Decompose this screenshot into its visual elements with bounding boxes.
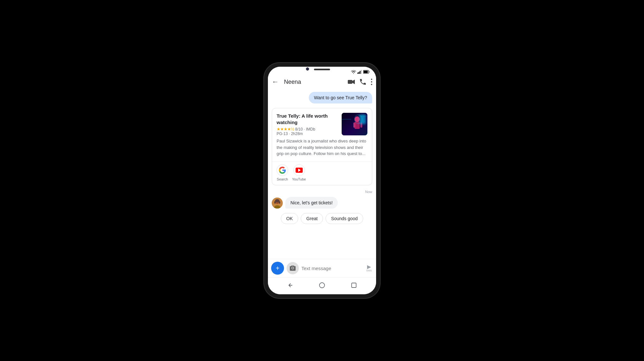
thumbnail-glow: [359, 114, 366, 124]
svg-point-24: [279, 201, 280, 204]
messages-area: Want to go see True Telly? True Telly: A…: [268, 88, 376, 259]
svg-point-25: [319, 283, 325, 288]
app-bar-actions: [348, 79, 372, 85]
nav-recent-icon: [351, 283, 356, 288]
battery-icon: [363, 70, 370, 74]
svg-point-8: [371, 79, 372, 80]
quick-replies: OK Great Sounds good: [272, 212, 372, 225]
svg-point-14: [355, 116, 360, 122]
nav-recent-button[interactable]: [349, 281, 358, 290]
quick-reply-sounds-good[interactable]: Sounds good: [326, 213, 363, 224]
svg-rect-1: [359, 72, 360, 74]
svg-rect-5: [369, 71, 370, 73]
quick-reply-ok[interactable]: OK: [281, 213, 298, 224]
movie-meta: PG-13 · 2h28m: [277, 132, 338, 136]
add-button[interactable]: +: [271, 262, 284, 275]
nav-back-button[interactable]: [286, 281, 295, 290]
rich-card-header: True Telly: A life worth watching ★★★★½ …: [277, 113, 367, 136]
camera-icon: [290, 266, 296, 271]
youtube-action-button[interactable]: YouTube: [292, 164, 306, 181]
sent-message: Want to go see True Telly?: [309, 92, 372, 103]
speaker: [314, 69, 330, 70]
received-message-bubble: Nice, let's get tickets!: [285, 197, 338, 209]
imdb-rating: 8/10 · IMDb: [295, 127, 315, 132]
search-action-label: Search: [277, 177, 288, 181]
message-input[interactable]: [301, 266, 363, 271]
send-sms-label: SMS: [366, 269, 372, 272]
google-icon-container: [277, 164, 288, 176]
send-arrow-icon: ▶: [367, 264, 371, 269]
rich-card: True Telly: A life worth watching ★★★★½ …: [272, 108, 372, 185]
youtube-icon-container: [293, 164, 305, 176]
youtube-action-label: YouTube: [292, 177, 306, 181]
rating-row: ★★★★½ 8/10 · IMDb: [277, 127, 338, 132]
svg-rect-6: [364, 71, 368, 73]
navigation-bar: [268, 277, 376, 294]
received-message-row: Nice, let's get tickets!: [272, 197, 372, 209]
star-rating: ★★★★½: [277, 127, 294, 132]
front-camera: [306, 67, 309, 71]
contact-avatar: [272, 198, 283, 209]
svg-point-9: [371, 81, 372, 83]
svg-rect-7: [348, 80, 352, 84]
svg-rect-2: [360, 71, 361, 74]
wifi-icon: [351, 70, 356, 74]
more-options-icon[interactable]: [371, 79, 372, 85]
svg-rect-0: [357, 73, 358, 74]
youtube-play-triangle: [298, 169, 301, 172]
nav-home-icon: [319, 282, 325, 288]
nav-home-button[interactable]: [317, 281, 327, 290]
youtube-icon: [296, 168, 303, 173]
nav-back-icon: [287, 282, 293, 288]
status-icons: [351, 70, 370, 74]
movie-title: True Telly: A life worth watching: [277, 113, 338, 125]
rich-card-actions: Search YouTube: [272, 161, 372, 185]
signal-icon: [357, 70, 362, 74]
status-bar: [268, 67, 376, 76]
phone-call-icon[interactable]: [360, 79, 366, 85]
contact-name: Neena: [284, 79, 348, 85]
camera-button[interactable]: [287, 262, 299, 274]
svg-rect-26: [352, 283, 356, 288]
svg-point-23: [274, 201, 276, 204]
phone-device: ← Neena: [264, 63, 380, 298]
search-action-button[interactable]: Search: [277, 164, 288, 181]
back-button[interactable]: ←: [272, 78, 279, 85]
svg-rect-3: [361, 70, 362, 74]
video-call-icon[interactable]: [348, 79, 355, 84]
google-g-icon: [279, 167, 286, 174]
avatar-image: [272, 198, 283, 209]
rich-card-info: True Telly: A life worth watching ★★★★½ …: [277, 113, 338, 136]
message-timestamp: Now: [365, 190, 372, 194]
app-bar: ← Neena: [268, 76, 376, 88]
quick-reply-great[interactable]: Great: [301, 213, 323, 224]
svg-rect-15: [355, 122, 360, 129]
svg-rect-16: [353, 122, 355, 128]
movie-description: Paul Sizawick is a journalist who dives …: [277, 138, 367, 157]
phone-screen: ← Neena: [268, 67, 376, 294]
svg-point-10: [371, 84, 372, 85]
input-area: + ▶ SMS: [268, 259, 376, 277]
send-button[interactable]: ▶ SMS: [365, 262, 373, 274]
rich-card-content: True Telly: A life worth watching ★★★★½ …: [272, 108, 372, 161]
movie-thumbnail: [342, 113, 367, 135]
